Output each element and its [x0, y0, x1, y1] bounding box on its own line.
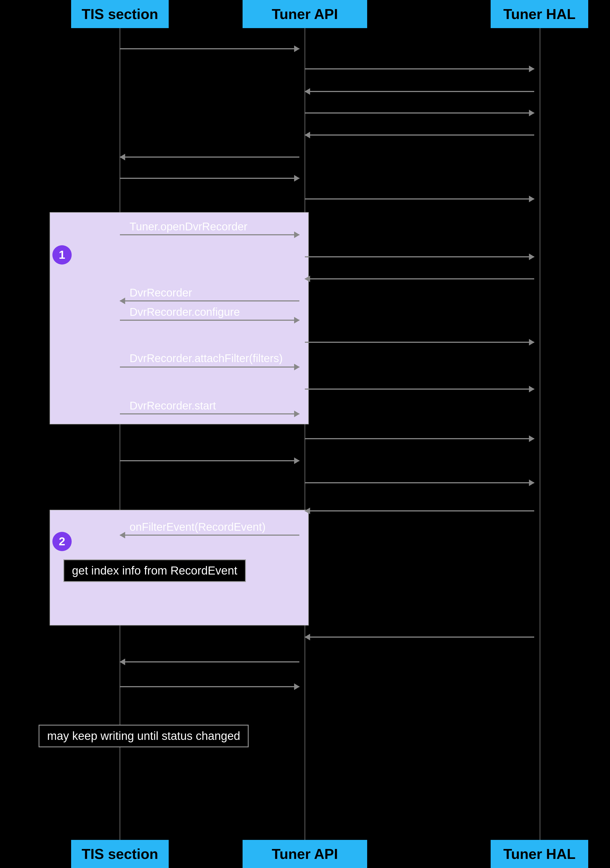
tuner-api-footer: Tuner API [242, 840, 367, 868]
label-configure: DvrRecorder.configure [130, 306, 240, 318]
label-open-dvr: Tuner.openDvrRecorder [130, 220, 248, 233]
arrow-step1-hal1 [305, 256, 534, 257]
arrow-4 [305, 112, 534, 113]
arrow-post1-hal1 [305, 438, 534, 439]
arrow-open-dvr [120, 234, 300, 235]
arrow-3 [305, 91, 534, 92]
arrow-8 [305, 198, 534, 200]
tuner-hal-footer: Tuner HAL [490, 840, 588, 868]
tis-header: TIS section [71, 0, 169, 28]
label-attachfilter: DvrRecorder.attachFilter(filters) [130, 352, 283, 364]
arrow-attachfilter [120, 366, 300, 367]
arrow-1 [120, 48, 300, 49]
arrow-7 [120, 178, 300, 179]
step1-circle: 1 [52, 245, 72, 265]
arrow-attachfilter-hal [305, 389, 534, 390]
arrow-dvr-return [120, 300, 300, 301]
tuner-api-lifeline [304, 28, 306, 840]
arrow-configure [120, 320, 300, 321]
arrow-2 [305, 68, 534, 70]
arrow-hal-callback [305, 510, 534, 512]
arrow-post2-hal [305, 637, 534, 638]
label-dvr-return: DvrRecorder [130, 287, 192, 299]
note-keep-writing: may keep writing until status changed [39, 725, 248, 747]
tis-lifeline [120, 28, 121, 840]
arrow-6 [120, 157, 300, 158]
label-filter-event: onFilterEvent(RecordEvent) [130, 521, 266, 533]
arrow-5 [305, 135, 534, 136]
note-get-index: get index info from RecordEvent [64, 560, 246, 582]
label-start: DvrRecorder.start [130, 400, 216, 412]
step2-circle: 2 [52, 532, 72, 551]
step1-activation-box [50, 212, 309, 424]
arrow-start [120, 413, 300, 414]
arrow-post1-hal2 [305, 482, 534, 483]
arrow-step1-hal1-ret [305, 278, 534, 279]
tuner-api-header: Tuner API [242, 0, 367, 28]
arrow-post1-api1 [120, 460, 300, 461]
arrow-post2-api [120, 661, 300, 662]
tuner-hal-header: Tuner HAL [490, 0, 588, 28]
arrow-configure-hal [305, 342, 534, 343]
tis-footer: TIS section [71, 840, 169, 868]
arrow-filter-event [120, 535, 300, 536]
tuner-hal-lifeline [539, 28, 540, 840]
arrow-post2-tis [120, 686, 300, 687]
